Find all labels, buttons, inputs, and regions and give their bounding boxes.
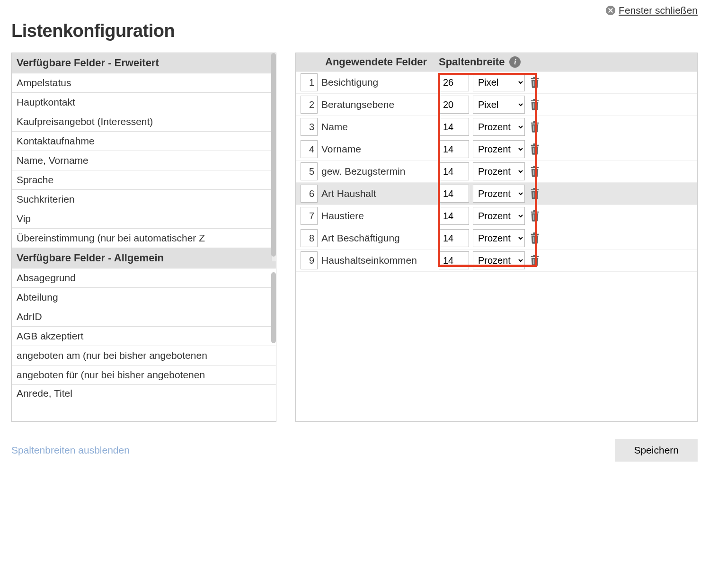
column-width-unit-select[interactable]: PixelProzent	[473, 207, 525, 225]
available-fields-pane: Verfügbare Felder - ErweitertAmpelstatus…	[11, 53, 276, 422]
available-field-item[interactable]: Abteilung	[12, 288, 276, 307]
available-field-item[interactable]: angeboten für (nur bei bisher angebotene…	[12, 365, 276, 385]
row-order: 4	[301, 140, 318, 158]
applied-field-row[interactable]: 2BeratungsebenePixelProzent	[296, 94, 697, 116]
column-width-unit-select[interactable]: PixelProzent	[473, 118, 525, 136]
column-width-input[interactable]	[439, 140, 469, 158]
applied-field-row[interactable]: 3NamePixelProzent	[296, 116, 697, 138]
applied-field-name: Haustiere	[321, 210, 435, 222]
row-order: 7	[301, 207, 318, 225]
available-field-item[interactable]: Absagegrund	[12, 268, 276, 288]
column-width-input[interactable]	[439, 229, 469, 247]
column-width-unit-select[interactable]: PixelProzent	[473, 251, 525, 269]
available-field-item[interactable]: AGB akzeptiert	[12, 327, 276, 346]
applied-field-row[interactable]: 9HaushaltseinkommenPixelProzent	[296, 249, 697, 272]
trash-icon[interactable]	[529, 164, 541, 178]
scrollbar[interactable]	[271, 53, 276, 261]
column-width-unit-select[interactable]: PixelProzent	[473, 140, 525, 158]
trash-icon[interactable]	[529, 187, 541, 201]
page-title: Listenkonfiguration	[11, 21, 698, 41]
trash-icon[interactable]	[529, 120, 541, 134]
save-button[interactable]: Speichern	[615, 439, 698, 462]
column-width-label: Spaltenbreite	[439, 56, 505, 68]
trash-icon[interactable]	[529, 75, 541, 89]
applied-field-name: Besichtigung	[321, 77, 435, 88]
column-width-unit-select[interactable]: PixelProzent	[473, 162, 525, 180]
applied-field-name: Art Beschäftigung	[321, 232, 435, 244]
close-window-link[interactable]: Fenster schließen	[619, 5, 698, 16]
available-field-item[interactable]: Hauptkontakt	[12, 93, 276, 112]
column-width-header: Spaltenbreite i	[439, 56, 521, 68]
available-field-item[interactable]: Suchkriterien	[12, 190, 276, 209]
column-width-input[interactable]	[439, 73, 469, 91]
row-order: 8	[301, 229, 318, 247]
available-field-item[interactable]: Vip	[12, 209, 276, 229]
row-order: 3	[301, 118, 318, 136]
applied-field-name: gew. Bezugstermin	[321, 166, 435, 177]
available-field-item[interactable]: Kontaktaufnahme	[12, 132, 276, 151]
trash-icon[interactable]	[529, 231, 541, 245]
info-icon[interactable]: i	[509, 56, 521, 68]
applied-field-name: Art Haushalt	[321, 188, 435, 199]
available-field-item[interactable]: Übereinstimmung (nur bei automatischer Z	[12, 229, 276, 248]
applied-field-name: Haushaltseinkommen	[321, 255, 435, 266]
column-width-unit-select[interactable]: PixelProzent	[473, 96, 525, 114]
applied-fields-pane: Angewendete Felder Spaltenbreite i 1Besi…	[295, 53, 698, 422]
row-order: 2	[301, 96, 318, 114]
applied-field-row[interactable]: 4VornamePixelProzent	[296, 138, 697, 160]
available-field-item[interactable]: AdrID	[12, 307, 276, 327]
applied-field-name: Beratungsebene	[321, 99, 435, 110]
row-order: 5	[301, 162, 318, 180]
applied-field-row[interactable]: 6Art HaushaltPixelProzent	[296, 183, 697, 205]
available-field-item[interactable]: Kaufpreisangebot (Interessent)	[12, 112, 276, 132]
column-width-unit-select[interactable]: PixelProzent	[473, 73, 525, 91]
trash-icon[interactable]	[529, 253, 541, 267]
available-field-item[interactable]: Sprache	[12, 170, 276, 190]
toggle-column-widths-link[interactable]: Spaltenbreiten ausblenden	[11, 445, 130, 456]
column-width-input[interactable]	[439, 162, 469, 180]
trash-icon[interactable]	[529, 142, 541, 156]
scrollbar[interactable]	[271, 272, 276, 343]
column-width-input[interactable]	[439, 118, 469, 136]
close-icon[interactable]	[605, 5, 616, 16]
available-field-item[interactable]: Name, Vorname	[12, 151, 276, 170]
applied-field-row[interactable]: 8Art BeschäftigungPixelProzent	[296, 227, 697, 249]
row-order: 9	[301, 251, 318, 269]
applied-field-row[interactable]: 5gew. BezugsterminPixelProzent	[296, 160, 697, 183]
available-general-header: Verfügbare Felder - Allgemein	[12, 248, 276, 268]
available-field-item[interactable]: Ampelstatus	[12, 73, 276, 93]
column-width-input[interactable]	[439, 207, 469, 225]
trash-icon[interactable]	[529, 209, 541, 223]
available-field-item[interactable]: angeboten am (nur bei bisher angebotenen	[12, 346, 276, 365]
column-width-input[interactable]	[439, 251, 469, 269]
trash-icon[interactable]	[529, 98, 541, 112]
applied-field-row[interactable]: 1BesichtigungPixelProzent	[296, 71, 697, 94]
column-width-unit-select[interactable]: PixelProzent	[473, 185, 525, 203]
available-extended-header: Verfügbare Felder - Erweitert	[12, 53, 276, 73]
column-width-input[interactable]	[439, 96, 469, 114]
applied-field-row[interactable]: 7HaustierePixelProzent	[296, 205, 697, 227]
applied-field-name: Name	[321, 121, 435, 133]
column-width-unit-select[interactable]: PixelProzent	[473, 229, 525, 247]
row-order: 6	[301, 185, 318, 203]
column-width-input[interactable]	[439, 185, 469, 203]
available-field-item[interactable]: Anrede, Titel	[12, 385, 276, 399]
applied-field-name: Vorname	[321, 143, 435, 155]
applied-fields-header: Angewendete Felder	[325, 56, 439, 68]
row-order: 1	[301, 73, 318, 91]
